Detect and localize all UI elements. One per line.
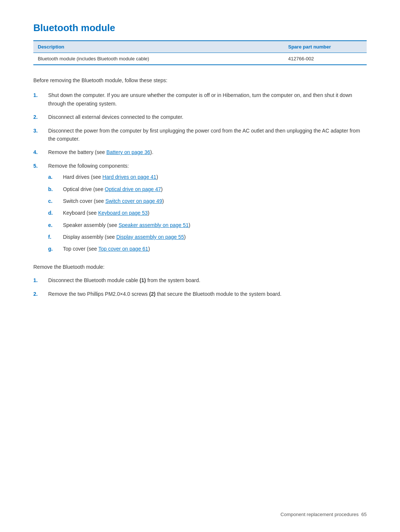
header-description: Description <box>38 44 288 50</box>
header-spare-part: Spare part number <box>288 44 362 50</box>
sub-step-c-content: Switch cover (see Switch cover on page 4… <box>63 197 367 205</box>
top-cover-link[interactable]: Top cover on page 61 <box>98 246 148 252</box>
switch-cover-link[interactable]: Switch cover on page 49 <box>105 198 162 204</box>
sub-step-e-letter: e. <box>48 221 63 229</box>
step-4-number: 4. <box>33 148 48 156</box>
step-4-content: Remove the battery (see Battery on page … <box>48 148 367 156</box>
remove-step-1: 1. Disconnect the Bluetooth module cable… <box>33 276 367 284</box>
table-header: Description Spare part number <box>33 41 367 53</box>
sub-step-a-letter: a. <box>48 173 63 181</box>
step-3-content: Disconnect the power from the computer b… <box>48 127 367 143</box>
sub-step-c-letter: c. <box>48 197 63 205</box>
sub-step-a: a. Hard drives (see Hard drives on page … <box>48 173 367 181</box>
prereq-steps-list: 1. Shut down the computer. If you are un… <box>33 91 367 257</box>
step-3-number: 3. <box>33 127 48 143</box>
step-4: 4. Remove the battery (see Battery on pa… <box>33 148 367 156</box>
sub-step-f: f. Display assembly (see Display assembl… <box>48 233 367 241</box>
remove-intro: Remove the Bluetooth module: <box>33 263 367 271</box>
step-1: 1. Shut down the computer. If you are un… <box>33 91 367 108</box>
remove-step-2-number: 2. <box>33 290 48 298</box>
display-assembly-link[interactable]: Display assembly on page 55 <box>116 234 184 240</box>
step-3: 3. Disconnect the power from the compute… <box>33 127 367 143</box>
step-5-number: 5. <box>33 162 48 257</box>
sub-step-b-letter: b. <box>48 185 63 193</box>
keyboard-link[interactable]: Keyboard on page 53 <box>98 210 148 216</box>
sub-step-d-letter: d. <box>48 209 63 217</box>
step-5: 5. Remove the following components: a. H… <box>33 162 367 257</box>
step-5-text: Remove the following components: <box>48 163 129 169</box>
remove-step-1-bold: (1) <box>140 277 146 283</box>
sub-step-f-letter: f. <box>48 233 63 241</box>
sub-step-e-content: Speaker assembly (see Speaker assembly o… <box>63 221 367 229</box>
sub-step-a-content: Hard drives (see Hard drives on page 41) <box>63 173 367 181</box>
page-container: Bluetooth module Description Spare part … <box>0 0 400 334</box>
sub-step-g-letter: g. <box>48 245 63 253</box>
table-row: Bluetooth module (includes Bluetooth mod… <box>33 53 367 64</box>
sub-step-b-content: Optical drive (see Optical drive on page… <box>63 185 367 193</box>
remove-step-1-content: Disconnect the Bluetooth module cable (1… <box>48 276 367 284</box>
page-title: Bluetooth module <box>33 22 367 34</box>
row-spare-part: 412766-002 <box>288 56 362 61</box>
sub-step-d-content: Keyboard (see Keyboard on page 53) <box>63 209 367 217</box>
sub-step-g: g. Top cover (see Top cover on page 61) <box>48 245 367 253</box>
step-1-number: 1. <box>33 91 48 108</box>
remove-step-2-bold: (2) <box>149 291 156 297</box>
remove-step-2-content: Remove the two Phillips PM2.0×4.0 screws… <box>48 290 367 298</box>
step-5-content: Remove the following components: a. Hard… <box>48 162 367 257</box>
footer-text: Component replacement procedures <box>280 512 359 517</box>
sub-step-e: e. Speaker assembly (see Speaker assembl… <box>48 221 367 229</box>
intro-text: Before removing the Bluetooth module, fo… <box>33 76 367 84</box>
step-2-number: 2. <box>33 113 48 121</box>
page-footer: Component replacement procedures 65 <box>280 512 367 517</box>
optical-drive-link[interactable]: Optical drive on page 47 <box>105 186 161 192</box>
parts-table: Description Spare part number Bluetooth … <box>33 40 367 65</box>
hard-drives-link[interactable]: Hard drives on page 41 <box>103 174 157 180</box>
remove-step-1-number: 1. <box>33 276 48 284</box>
remove-step-2: 2. Remove the two Phillips PM2.0×4.0 scr… <box>33 290 367 298</box>
sub-step-d: d. Keyboard (see Keyboard on page 53) <box>48 209 367 217</box>
remove-steps-list: 1. Disconnect the Bluetooth module cable… <box>33 276 367 298</box>
step-2-content: Disconnect all external devices connecte… <box>48 113 367 121</box>
sub-steps-list: a. Hard drives (see Hard drives on page … <box>48 173 367 253</box>
row-description: Bluetooth module (includes Bluetooth mod… <box>38 56 288 61</box>
sub-step-c: c. Switch cover (see Switch cover on pag… <box>48 197 367 205</box>
sub-step-f-content: Display assembly (see Display assembly o… <box>63 233 367 241</box>
step-2: 2. Disconnect all external devices conne… <box>33 113 367 121</box>
step-1-content: Shut down the computer. If you are unsur… <box>48 91 367 108</box>
battery-link[interactable]: Battery on page 36 <box>106 149 150 155</box>
sub-step-b: b. Optical drive (see Optical drive on p… <box>48 185 367 193</box>
footer-page-number: 65 <box>361 512 367 517</box>
speaker-assembly-link[interactable]: Speaker assembly on page 51 <box>119 222 189 228</box>
sub-step-g-content: Top cover (see Top cover on page 61) <box>63 245 367 253</box>
